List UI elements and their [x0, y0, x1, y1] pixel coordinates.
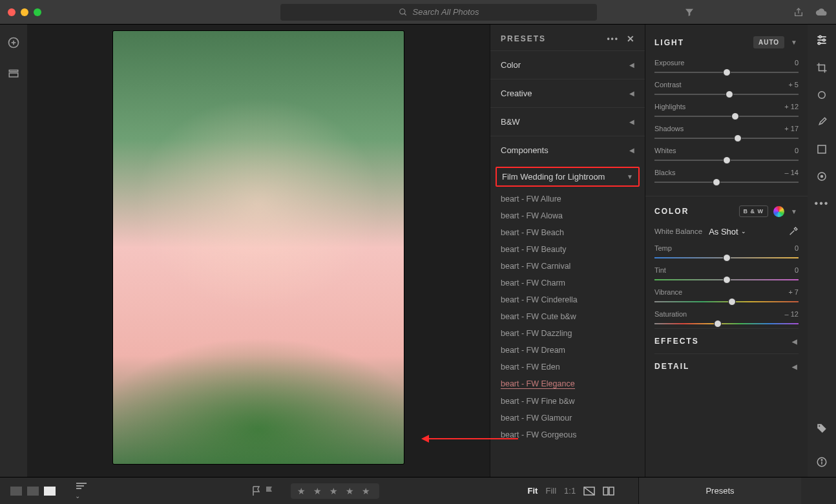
linear-gradient-icon[interactable] [816, 143, 828, 155]
maximize-window-button[interactable] [34, 8, 41, 16]
preset-item[interactable]: beart - FW Carnival [501, 258, 634, 275]
slider-track[interactable] [654, 90, 799, 99]
share-icon[interactable] [793, 7, 804, 17]
preset-item[interactable]: beart - FW Alowa [501, 207, 634, 224]
fit-button[interactable]: Fit [528, 486, 538, 496]
light-disclosure-icon[interactable]: ▼ [791, 39, 799, 46]
slider-contrast: Contrast+ 5 [654, 77, 799, 99]
slider-tint: Tint0 [654, 262, 799, 284]
edit-sliders-icon[interactable] [815, 34, 828, 47]
preset-item[interactable]: beart - FW Gorgeous [501, 426, 634, 443]
photo-preview [113, 31, 404, 464]
one-to-one-button[interactable]: 1:1 [564, 486, 576, 496]
preset-item[interactable]: beart - FW Eden [501, 359, 634, 375]
slider-label: Temp [654, 244, 672, 252]
crop-icon[interactable] [816, 62, 828, 74]
effects-section[interactable]: EFFECTS ◀ [654, 328, 799, 353]
preset-item[interactable]: beart - FW Beauty [501, 241, 634, 258]
wb-select[interactable]: As Shot ⌄ [709, 227, 746, 236]
filter-icon[interactable] [684, 7, 695, 17]
preset-group-open[interactable]: Film Wedding for Lightroom ▼ [496, 167, 640, 187]
brush-icon[interactable] [816, 116, 828, 128]
cloud-icon[interactable] [815, 8, 828, 17]
detail-view-button[interactable] [44, 487, 56, 496]
slider-label: Blacks [654, 169, 675, 176]
eyedropper-button[interactable] [788, 226, 799, 236]
color-mixer-button[interactable] [773, 206, 784, 217]
svg-rect-5 [9, 70, 18, 72]
more-icon[interactable]: ••• [815, 198, 830, 209]
preset-item[interactable]: beart - FW Glamour [501, 410, 634, 426]
effects-title: EFFECTS [654, 337, 699, 346]
minimize-window-button[interactable] [21, 8, 28, 16]
slider-track[interactable] [654, 297, 799, 306]
my-photos-button[interactable] [8, 67, 19, 79]
add-photos-button[interactable] [7, 36, 20, 49]
svg-point-20 [821, 459, 822, 461]
square-grid-button[interactable] [27, 487, 39, 496]
light-section-title: LIGHT [654, 38, 684, 47]
slider-value: + 5 [788, 81, 799, 89]
slider-track[interactable] [654, 253, 799, 262]
slider-track[interactable] [654, 134, 799, 143]
search-input[interactable]: Search All Photos [280, 4, 597, 21]
preset-item[interactable]: beart - FW Beach [501, 224, 634, 241]
auto-button[interactable]: AUTO [753, 36, 784, 48]
slider-track[interactable] [654, 319, 799, 328]
presets-more-icon[interactable]: ••• [607, 34, 619, 43]
slider-label: Tint [654, 266, 666, 274]
grid-view-button[interactable] [10, 487, 22, 496]
slider-track[interactable] [654, 68, 799, 77]
preset-item[interactable]: beart - FW Charm [501, 275, 634, 291]
preset-group-label: Creative [501, 89, 532, 98]
preset-group-components[interactable]: Components◀ [490, 136, 645, 164]
preset-item[interactable]: beart - FW Dazzling [501, 325, 634, 342]
bw-toggle-button[interactable]: B & W [739, 205, 769, 217]
titlebar: Search All Photos [0, 0, 836, 25]
preset-group-color[interactable]: Color◀ [490, 50, 645, 79]
slider-value: 0 [795, 147, 799, 154]
preset-item[interactable]: beart - FW Cute b&w [501, 308, 634, 325]
image-canvas[interactable] [27, 25, 490, 477]
slider-value: – 12 [785, 310, 799, 318]
preset-item[interactable]: beart - FW Dream [501, 342, 634, 359]
slider-blacks: Blacks– 14 [654, 165, 799, 187]
flag-pick-icon[interactable] [252, 486, 261, 496]
preset-item[interactable]: beart - FW Cinderella [501, 291, 634, 308]
slider-track[interactable] [654, 275, 799, 284]
slider-label: Saturation [654, 310, 687, 318]
original-icon[interactable] [603, 487, 614, 496]
tag-icon[interactable] [816, 423, 828, 434]
chevron-left-icon: ◀ [629, 90, 634, 97]
before-after-icon[interactable] [583, 487, 595, 496]
info-icon[interactable] [816, 456, 828, 468]
search-placeholder: Search All Photos [413, 7, 479, 17]
preset-item[interactable]: beart - FW Elegance [501, 375, 634, 393]
heal-icon[interactable] [816, 89, 828, 101]
color-disclosure-icon[interactable]: ▼ [791, 208, 799, 215]
slider-track[interactable] [654, 178, 799, 187]
slider-vibrance: Vibrance+ 7 [654, 284, 799, 306]
flag-reject-icon[interactable] [265, 486, 274, 496]
slider-track[interactable] [654, 156, 799, 165]
svg-point-12 [818, 42, 820, 44]
preset-group-creative[interactable]: Creative◀ [490, 79, 645, 107]
preset-group-bw[interactable]: B&W◀ [490, 107, 645, 136]
close-presets-button[interactable]: ✕ [627, 34, 636, 44]
radial-gradient-icon[interactable] [816, 171, 828, 182]
slider-track[interactable] [654, 112, 799, 121]
svg-point-16 [821, 176, 823, 178]
sort-button[interactable]: ⌄ [75, 481, 90, 500]
slider-value: + 12 [784, 103, 799, 110]
edit-panel: LIGHT AUTO ▼ Exposure0Contrast+ 5Highlig… [645, 25, 808, 477]
detail-section[interactable]: DETAIL ◀ [654, 353, 799, 379]
preset-item[interactable]: beart - FW Fine b&w [501, 393, 634, 410]
fill-button[interactable]: Fill [545, 486, 556, 496]
presets-bottom-button[interactable]: Presets [638, 478, 801, 504]
annotation-arrow [428, 438, 518, 439]
preset-item[interactable]: beart - FW Allure [501, 191, 634, 207]
star-rating[interactable]: ★ ★ ★ ★ ★ [291, 483, 379, 499]
svg-rect-14 [818, 145, 826, 153]
close-window-button[interactable] [8, 8, 16, 16]
svg-rect-6 [9, 73, 18, 77]
